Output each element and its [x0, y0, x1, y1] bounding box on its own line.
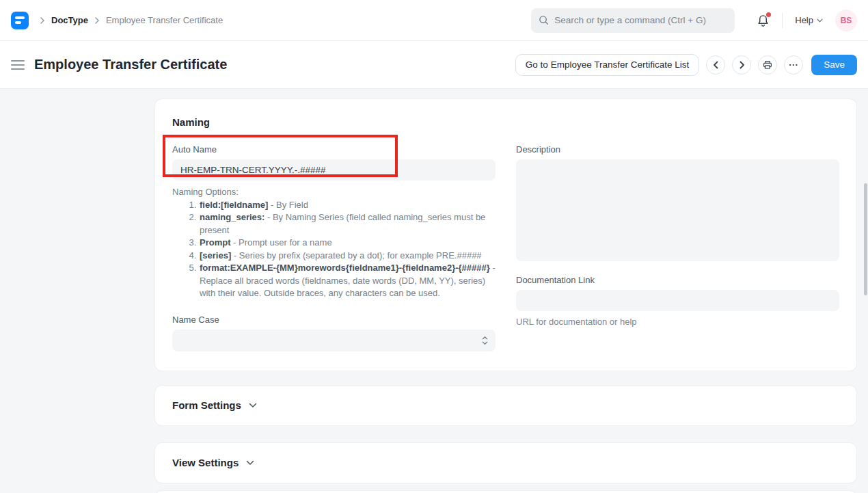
naming-right-column: Description Documentation Link URL for d… — [516, 129, 839, 351]
naming-options-title: Naming Options: — [172, 186, 496, 199]
name-case-label: Name Case — [172, 315, 496, 325]
description-textarea[interactable] — [516, 159, 839, 261]
auto-name-label: Auto Name — [172, 144, 496, 155]
next-section-card-partial — [155, 491, 856, 493]
chevron-down-icon — [246, 460, 254, 466]
form-settings-title: Form Settings — [172, 399, 241, 412]
description-label: Description — [516, 144, 839, 155]
breadcrumb-doctype[interactable]: DocType — [51, 15, 88, 25]
chevron-right-icon — [94, 17, 100, 24]
documentation-link-help: URL for documentation or help — [516, 317, 839, 327]
view-settings-title: View Settings — [172, 457, 239, 469]
page-actions: Go to Employee Transfer Certificate List… — [515, 54, 857, 76]
more-options-button[interactable]: ... — [784, 55, 803, 75]
page-title: Employee Transfer Certificate — [34, 57, 227, 72]
app-logo[interactable] — [11, 12, 29, 29]
chevron-left-icon — [713, 61, 719, 69]
naming-option-item: format:EXAMPLE-{MM}morewords{fieldname1}… — [199, 262, 496, 300]
chevron-down-icon — [249, 403, 257, 408]
naming-option-item: field:[fieldname] - By Field — [199, 199, 496, 212]
navbar-divider — [782, 13, 783, 28]
top-navbar: DocType Employee Transfer Certificate He… — [0, 0, 868, 41]
name-case-select[interactable] — [172, 330, 496, 351]
print-button[interactable] — [758, 55, 777, 75]
documentation-link-label: Documentation Link — [516, 275, 839, 286]
naming-option-item: Prompt - Prompt user for a name — [199, 237, 496, 250]
naming-option-item: [series] - Series by prefix (separated b… — [199, 250, 496, 263]
vertical-scrollbar[interactable] — [864, 183, 867, 295]
naming-option-item: naming_series: - By Naming Series (field… — [199, 211, 496, 237]
notification-dot — [766, 12, 771, 17]
prev-button[interactable] — [706, 55, 725, 75]
breadcrumb: DocType Employee Transfer Certificate — [40, 15, 223, 25]
printer-icon — [763, 60, 772, 70]
menu-icon[interactable] — [11, 60, 25, 70]
page-header: Employee Transfer Certificate Go to Empl… — [0, 41, 868, 89]
naming-options-help: Naming Options: field:[fieldname] - By F… — [172, 186, 496, 300]
notifications-button[interactable] — [757, 14, 770, 27]
avatar-initials: BS — [841, 16, 852, 25]
form-body: Naming Auto Name Naming Options: field:[… — [0, 89, 868, 493]
help-dropdown[interactable]: Help — [795, 15, 823, 25]
help-label: Help — [795, 15, 813, 25]
breadcrumb-current[interactable]: Employee Transfer Certificate — [106, 15, 223, 25]
user-avatar[interactable]: BS — [835, 10, 857, 31]
save-button[interactable]: Save — [811, 55, 857, 75]
chevron-right-icon — [40, 17, 45, 24]
ellipsis-icon: ... — [789, 57, 798, 68]
chevron-right-icon — [739, 61, 745, 69]
naming-section-card: Naming Auto Name Naming Options: field:[… — [155, 99, 856, 371]
chevron-down-icon — [817, 18, 823, 23]
naming-left-column: Auto Name Naming Options: field:[fieldna… — [172, 129, 496, 351]
go-to-list-button[interactable]: Go to Employee Transfer Certificate List — [515, 54, 699, 76]
view-settings-section[interactable]: View Settings — [155, 443, 856, 483]
form-settings-section[interactable]: Form Settings — [155, 386, 856, 425]
select-updown-icon — [482, 335, 488, 349]
search-icon — [539, 15, 549, 25]
next-button[interactable] — [732, 55, 751, 75]
documentation-link-input[interactable] — [516, 290, 839, 311]
naming-section-title: Naming — [172, 116, 839, 129]
search-input[interactable] — [554, 15, 727, 25]
global-search[interactable] — [531, 8, 735, 33]
auto-name-input[interactable] — [172, 159, 496, 181]
